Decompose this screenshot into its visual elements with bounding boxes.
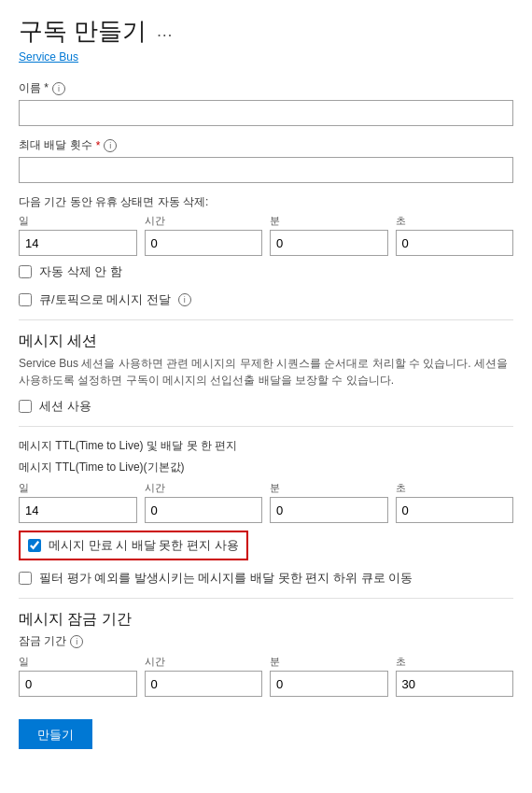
ttl-section-title: 메시지 TTL(Time to Live) 및 배달 못 한 편지 bbox=[19, 438, 513, 454]
lock-fields: 일 시간 분 초 bbox=[19, 655, 513, 697]
divider-1 bbox=[19, 319, 513, 320]
ttl-day-input[interactable] bbox=[19, 497, 137, 523]
max-delivery-input[interactable] bbox=[19, 157, 513, 183]
auto-delete-minute-label: 분 bbox=[270, 214, 388, 228]
auto-delete-day-group: 일 bbox=[19, 214, 137, 256]
page-title: 구독 만들기 … bbox=[19, 15, 513, 48]
lock-day-group: 일 bbox=[19, 655, 137, 697]
dead-letter-expire-label: 메시지 만료 시 배달 못한 편지 사용 bbox=[49, 537, 239, 554]
auto-delete-day-input[interactable] bbox=[19, 230, 137, 256]
no-auto-delete-checkbox[interactable] bbox=[19, 265, 32, 278]
ttl-minute-input[interactable] bbox=[270, 497, 388, 523]
auto-delete-minute-input[interactable] bbox=[270, 230, 388, 256]
dead-letter-filter-checkbox[interactable] bbox=[19, 572, 32, 585]
session-title: 메시지 세션 bbox=[19, 332, 513, 351]
lock-hour-label: 시간 bbox=[145, 655, 263, 669]
dead-letter-expire-highlight: 메시지 만료 시 배달 못한 편지 사용 bbox=[19, 531, 248, 560]
lock-second-group: 초 bbox=[396, 655, 514, 697]
ttl-hour-group: 시간 bbox=[145, 481, 263, 523]
session-desc: Service Bus 세션을 사용하면 관련 메시지의 무제한 시퀀스를 순서… bbox=[19, 355, 513, 389]
lock-day-label: 일 bbox=[19, 655, 137, 669]
forward-to-queue-info-icon[interactable]: i bbox=[178, 293, 191, 306]
session-section: 메시지 세션 Service Bus 세션을 사용하면 관련 메시지의 무제한 … bbox=[19, 332, 513, 415]
ttl-second-group: 초 bbox=[396, 481, 514, 523]
ttl-section: 메시지 TTL(Time to Live) 및 배달 못 한 편지 메시지 TT… bbox=[19, 438, 513, 587]
ttl-day-group: 일 bbox=[19, 481, 137, 523]
lock-minute-label: 분 bbox=[270, 655, 388, 669]
name-info-icon[interactable]: i bbox=[52, 82, 65, 95]
dead-letter-filter-row: 필터 평가 예외를 발생시키는 메시지를 배달 못한 편지 하위 큐로 이동 bbox=[19, 570, 513, 587]
forward-to-queue-label: 큐/토픽으로 메시지 전달 bbox=[39, 291, 171, 308]
lock-hour-input[interactable] bbox=[145, 671, 263, 697]
auto-delete-fields: 일 시간 분 초 bbox=[19, 214, 513, 256]
ttl-second-label: 초 bbox=[396, 481, 514, 495]
forward-to-queue-checkbox[interactable] bbox=[19, 293, 32, 306]
dead-letter-filter-label: 필터 평가 예외를 발생시키는 메시지를 배달 못한 편지 하위 큐로 이동 bbox=[39, 570, 413, 587]
max-delivery-label: 최대 배달 횟수 * i bbox=[19, 137, 513, 153]
auto-delete-hour-group: 시간 bbox=[145, 214, 263, 256]
auto-delete-label: 다음 기간 동안 유휴 상태면 자동 삭제: bbox=[19, 194, 513, 210]
ttl-minute-group: 분 bbox=[270, 481, 388, 523]
dead-letter-expire-row: 메시지 만료 시 배달 못한 편지 사용 bbox=[19, 531, 513, 560]
no-auto-delete-row: 자동 삭제 안 함 bbox=[19, 263, 513, 280]
make-button[interactable]: 만들기 bbox=[19, 719, 92, 749]
service-bus-link[interactable]: Service Bus bbox=[19, 50, 78, 64]
auto-delete-second-group: 초 bbox=[396, 214, 514, 256]
max-delivery-group: 최대 배달 횟수 * i bbox=[19, 137, 513, 183]
lock-minute-group: 분 bbox=[270, 655, 388, 697]
ttl-fields: 일 시간 분 초 bbox=[19, 481, 513, 523]
name-group: 이름 * i bbox=[19, 80, 513, 126]
auto-delete-minute-group: 분 bbox=[270, 214, 388, 256]
no-auto-delete-label: 자동 삭제 안 함 bbox=[39, 263, 122, 280]
lock-day-input[interactable] bbox=[19, 671, 137, 697]
auto-delete-group: 다음 기간 동안 유휴 상태면 자동 삭제: 일 시간 분 초 자동 삭제 안 … bbox=[19, 194, 513, 280]
ttl-label: 메시지 TTL(Time to Live)(기본값) bbox=[19, 460, 513, 475]
ttl-hour-label: 시간 bbox=[145, 481, 263, 495]
auto-delete-hour-input[interactable] bbox=[145, 230, 263, 256]
divider-3 bbox=[19, 598, 513, 599]
ttl-minute-label: 분 bbox=[270, 481, 388, 495]
lock-title: 메시지 잠금 기간 bbox=[19, 610, 513, 630]
lock-second-label: 초 bbox=[396, 655, 514, 669]
lock-second-input[interactable] bbox=[396, 671, 514, 697]
divider-2 bbox=[19, 426, 513, 427]
ttl-hour-input[interactable] bbox=[145, 497, 263, 523]
ttl-day-label: 일 bbox=[19, 481, 137, 495]
lock-section: 메시지 잠금 기간 잠금 기간 i 일 시간 분 초 bbox=[19, 610, 513, 697]
session-enable-checkbox[interactable] bbox=[19, 400, 32, 413]
name-input[interactable] bbox=[19, 100, 513, 126]
auto-delete-second-label: 초 bbox=[396, 214, 514, 228]
session-enable-row: 세션 사용 bbox=[19, 398, 513, 415]
max-delivery-required: * bbox=[96, 139, 101, 152]
name-label: 이름 * i bbox=[19, 80, 513, 96]
ellipsis-icon[interactable]: … bbox=[156, 21, 173, 41]
lock-label: 잠금 기간 i bbox=[19, 633, 513, 649]
session-enable-label: 세션 사용 bbox=[39, 398, 91, 415]
dead-letter-expire-checkbox[interactable] bbox=[28, 539, 41, 552]
ttl-second-input[interactable] bbox=[396, 497, 514, 523]
auto-delete-hour-label: 시간 bbox=[145, 214, 263, 228]
forward-to-queue-row: 큐/토픽으로 메시지 전달 i bbox=[19, 291, 513, 308]
auto-delete-second-input[interactable] bbox=[396, 230, 514, 256]
auto-delete-day-label: 일 bbox=[19, 214, 137, 228]
max-delivery-info-icon[interactable]: i bbox=[104, 139, 117, 152]
lock-hour-group: 시간 bbox=[145, 655, 263, 697]
lock-minute-input[interactable] bbox=[270, 671, 388, 697]
lock-info-icon[interactable]: i bbox=[70, 635, 83, 648]
